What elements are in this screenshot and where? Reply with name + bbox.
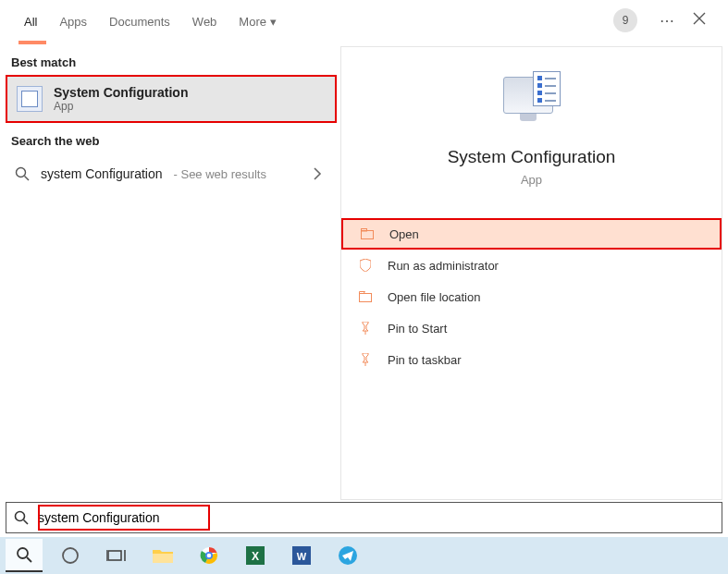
action-label: Open [389,227,419,241]
svg-rect-4 [360,294,372,302]
preview-actions: Open Run as administrator Open file loca… [341,218,722,375]
tab-web[interactable]: Web [181,4,228,38]
best-match-header: Best match [6,46,337,75]
web-hint-text: - See web results [174,167,266,181]
search-icon [15,166,30,181]
svg-point-16 [207,554,212,558]
preview-pane: System Configuration App Open Run as adm… [340,46,722,500]
more-options-button[interactable]: ⋯ [650,8,684,33]
excel-icon: X [246,546,265,565]
action-open[interactable]: Open [341,218,722,250]
action-run-admin[interactable]: Run as administrator [341,250,722,281]
svg-rect-13 [153,554,173,563]
svg-line-8 [27,557,31,562]
svg-point-9 [63,548,78,563]
taskbar-chrome[interactable] [191,539,228,572]
chrome-icon [200,546,218,565]
word-icon: W [292,546,311,565]
taskbar-search-button[interactable] [6,539,43,572]
search-filter-tabs: All Apps Documents Web More ▾ 9 ⋯ [0,0,728,41]
web-query-text: system Configuration [41,166,163,181]
search-input[interactable] [36,510,722,525]
close-icon [693,12,706,25]
active-tab-indicator [19,41,46,44]
preview-title: System Configuration [448,147,616,167]
taskbar-word[interactable]: W [283,539,320,572]
svg-line-6 [24,520,29,525]
taskbar: X W [0,537,728,574]
svg-rect-3 [362,229,367,232]
svg-rect-2 [362,231,374,239]
results-list: Best match System Configuration App Sear… [6,46,337,500]
action-label: Open file location [388,290,480,304]
svg-point-0 [17,168,26,177]
taskbar-telegram[interactable] [329,539,366,572]
tab-documents[interactable]: Documents [98,4,181,38]
tab-apps[interactable]: Apps [48,4,98,38]
action-pin-taskbar[interactable]: Pin to taskbar [341,344,722,375]
folder-icon [358,289,373,304]
open-icon [360,226,375,241]
rewards-badge[interactable]: 9 [613,8,637,32]
best-match-result[interactable]: System Configuration App [6,75,337,123]
search-results-area: Best match System Configuration App Sear… [6,46,722,500]
cortana-icon [61,546,80,565]
taskview-icon [106,548,127,563]
web-result[interactable]: system Configuration - See web results [6,153,337,194]
search-bar[interactable] [6,502,722,533]
search-icon [16,546,32,563]
svg-text:W: W [297,551,307,562]
action-open-location[interactable]: Open file location [341,281,722,312]
svg-point-7 [18,548,28,558]
result-title: System Configuration [54,85,188,100]
svg-point-5 [16,512,25,521]
search-icon [14,510,29,525]
action-label: Pin to Start [388,322,447,336]
taskbar-cortana-button[interactable] [52,539,89,572]
shield-icon [358,258,373,273]
preview-subtitle: App [521,173,542,187]
search-web-header: Search the web [6,125,337,153]
telegram-icon [339,546,357,565]
pin-icon [358,352,373,367]
chevron-right-icon [313,167,322,180]
pin-icon [358,321,373,336]
folder-icon [153,547,173,564]
system-configuration-icon [17,86,43,112]
close-button[interactable] [684,8,715,32]
svg-text:X: X [252,550,259,563]
action-label: Run as administrator [388,259,499,273]
taskbar-excel[interactable]: X [237,539,274,572]
taskbar-file-explorer[interactable] [144,539,181,572]
action-label: Pin to taskbar [388,353,462,367]
preview-app-icon [500,71,564,130]
tab-more[interactable]: More ▾ [228,4,287,38]
svg-line-1 [25,177,30,181]
result-subtitle: App [54,100,188,113]
action-pin-start[interactable]: Pin to Start [341,312,722,344]
tab-all[interactable]: All [13,4,48,38]
taskbar-taskview-button[interactable] [98,539,135,572]
svg-rect-10 [108,551,121,560]
